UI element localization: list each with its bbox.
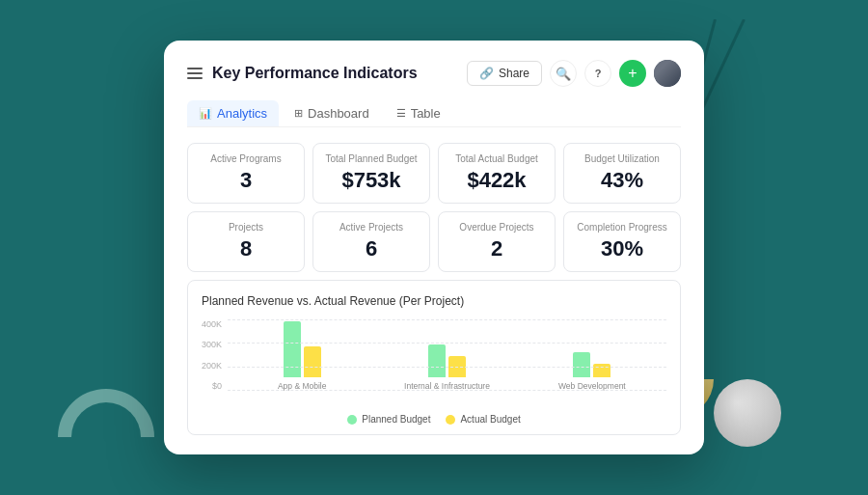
help-icon: ? <box>595 68 602 79</box>
bar-label-internal: Internal & Infrastructure <box>404 381 490 391</box>
share-button[interactable]: 🔗 Share <box>467 61 542 86</box>
bar-groups: App & Mobile Internal & Infrastructure <box>228 319 666 391</box>
legend-label-actual: Actual Budget <box>460 414 520 425</box>
bar-app-mobile-actual <box>304 346 321 377</box>
legend-dot-planned <box>347 415 357 425</box>
header: Key Performance Indicators 🔗 Share 🔍 ? + <box>187 60 681 87</box>
add-button[interactable]: + <box>619 60 646 87</box>
kpi-completion-progress: Completion Progress 30% <box>563 211 681 272</box>
kpi-budget-utilization: Budget Utilization 43% <box>563 143 681 204</box>
bg-decoration-arch <box>58 389 154 437</box>
legend-actual: Actual Budget <box>446 414 520 425</box>
avatar[interactable] <box>654 60 681 87</box>
bar-group-internal: Internal & Infrastructure <box>380 319 513 391</box>
bar-app-mobile-planned <box>284 321 301 377</box>
bars-app-mobile <box>284 319 321 377</box>
tab-bar: 📊 Analytics ⊞ Dashboard ☰ Table <box>187 100 681 127</box>
tab-dashboard[interactable]: ⊞ Dashboard <box>283 100 381 126</box>
tab-table[interactable]: ☰ Table <box>385 100 452 126</box>
kpi-total-actual-budget: Total Actual Budget $422k <box>438 143 556 204</box>
search-button[interactable]: 🔍 <box>550 60 577 87</box>
header-left: Key Performance Indicators <box>187 65 418 82</box>
tab-analytics[interactable]: 📊 Analytics <box>187 100 279 126</box>
header-right: 🔗 Share 🔍 ? + <box>467 60 681 87</box>
kpi-active-programs: Active Programs 3 <box>187 143 305 204</box>
bar-group-app-mobile: App & Mobile <box>235 319 368 391</box>
main-card: Key Performance Indicators 🔗 Share 🔍 ? +… <box>164 41 704 454</box>
chart-bars-area: App & Mobile Internal & Infrastructure <box>228 319 666 406</box>
search-icon: 🔍 <box>556 67 571 81</box>
bg-decoration-sphere <box>714 379 781 447</box>
avatar-image <box>654 60 681 87</box>
bar-label-web: Web Development <box>558 381 626 391</box>
plus-icon: + <box>628 65 637 82</box>
bar-web-planned <box>573 352 590 377</box>
help-button[interactable]: ? <box>584 60 611 87</box>
chart-section: Planned Revenue vs. Actual Revenue (Per … <box>187 280 681 435</box>
dashboard-icon: ⊞ <box>294 107 303 120</box>
analytics-icon: 📊 <box>199 107 212 120</box>
y-label-400k: 400K <box>202 319 222 329</box>
kpi-row-2: Projects 8 Active Projects 6 Overdue Pro… <box>187 211 681 272</box>
share-icon: 🔗 <box>479 67 494 80</box>
kpi-row-1: Active Programs 3 Total Planned Budget $… <box>187 143 681 204</box>
y-label-300k: 300K <box>202 340 222 349</box>
bg-decoration-lines <box>694 19 772 193</box>
bars-internal <box>428 319 466 377</box>
bar-internal-planned <box>428 344 446 377</box>
chart-title: Planned Revenue vs. Actual Revenue (Per … <box>202 294 666 308</box>
bar-label-app-mobile: App & Mobile <box>278 381 327 391</box>
menu-icon[interactable] <box>187 68 203 79</box>
kpi-active-projects: Active Projects 6 <box>312 211 430 272</box>
bars-web <box>573 319 610 377</box>
kpi-projects: Projects 8 <box>187 211 305 272</box>
table-icon: ☰ <box>396 107 406 120</box>
legend-planned: Planned Budget <box>347 414 430 425</box>
chart-legend: Planned Budget Actual Budget <box>202 414 666 425</box>
bar-web-actual <box>593 364 610 377</box>
kpi-total-planned-budget: Total Planned Budget $753k <box>312 143 430 204</box>
bar-internal-actual <box>448 356 466 377</box>
legend-dot-actual <box>446 415 455 425</box>
y-label-0: $0 <box>202 381 222 391</box>
bar-group-web: Web Development <box>526 319 659 391</box>
page-title: Key Performance Indicators <box>212 65 418 82</box>
legend-label-planned: Planned Budget <box>362 414 430 425</box>
kpi-overdue-projects: Overdue Projects 2 <box>438 211 556 272</box>
chart-y-axis: 400K 300K 200K $0 <box>202 319 222 406</box>
y-label-200k: 200K <box>202 361 222 371</box>
